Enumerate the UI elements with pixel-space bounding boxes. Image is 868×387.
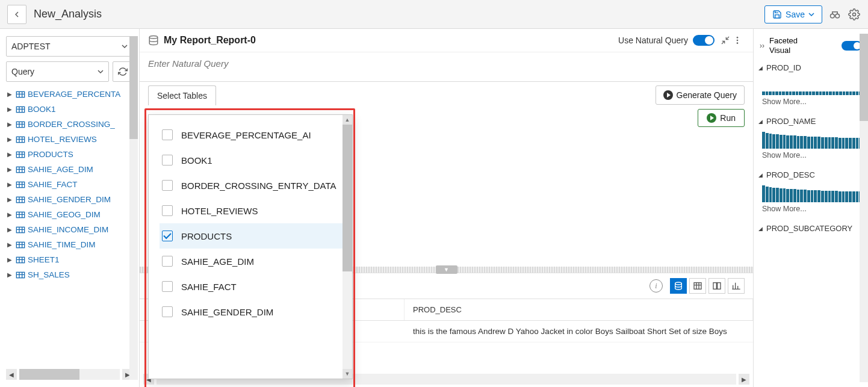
arrow-left-icon <box>12 10 22 19</box>
caret-right-icon: ▶ <box>7 271 13 278</box>
tree-item[interactable]: ▶SAHIE_INCOME_DIM <box>6 222 133 237</box>
center-panel: My Report_Report-0 Use Natural Query Sel… <box>140 29 754 387</box>
splitter-handle[interactable]: ▼ <box>436 265 457 274</box>
left-h-scrollbar[interactable]: ◀▶ <box>6 365 133 380</box>
natural-query-input-wrap <box>140 52 753 82</box>
caret-right-icon: ▶ <box>7 241 13 248</box>
checkbox[interactable] <box>162 180 173 191</box>
gear-icon[interactable] <box>848 8 861 21</box>
checkbox[interactable] <box>162 231 173 241</box>
tree-item[interactable]: ▶SAHIE_AGE_DIM <box>6 162 133 177</box>
facet-field-header[interactable]: ◢PROD_DESC <box>758 170 863 179</box>
select-tables-dropdown[interactable]: BEVERAGE_PERCENTAGE_AIBOOK1BORDER_CROSSI… <box>148 114 353 379</box>
binoculars-icon[interactable] <box>828 8 842 21</box>
refresh-icon <box>118 67 128 76</box>
table-icon <box>16 105 25 114</box>
caret-down-icon <box>808 11 814 17</box>
app-header: New_Analysis Save <box>0 0 868 29</box>
svg-rect-23 <box>718 283 721 289</box>
natural-query-toggle[interactable] <box>693 35 715 46</box>
tree-item-label: SAHIE_TIME_DIM <box>28 240 96 249</box>
back-button[interactable] <box>7 5 26 24</box>
dropdown-item[interactable]: BORDER_CROSSING_ENTRY_DATA <box>160 173 347 198</box>
checkbox[interactable] <box>162 281 173 292</box>
svg-point-16 <box>149 36 158 39</box>
tab-select-tables[interactable]: Select Tables <box>148 85 216 105</box>
show-more-link[interactable]: Show More... <box>758 98 863 106</box>
tree-item-label: SAHIE_FACT <box>28 180 78 189</box>
tree-item[interactable]: ▶SAHIE_GENDER_DIM <box>6 192 133 207</box>
dropdown-item[interactable]: BEVERAGE_PERCENTAGE_AI <box>160 122 347 147</box>
svg-point-19 <box>737 42 739 44</box>
cell-value: this is the famous Andrew D Yahoo Jacket… <box>405 321 753 342</box>
dropdown-item[interactable]: SAHIE_FACT <box>160 274 347 299</box>
view-table-button[interactable] <box>689 278 706 294</box>
caret-right-icon: ▶ <box>7 166 13 173</box>
tree-item[interactable]: ▶BEVERAGE_PERCENTA <box>6 87 133 102</box>
left-v-scrollbar[interactable] <box>129 36 138 380</box>
dropdown-item[interactable]: SAHIE_GENDER_DIM <box>160 299 347 324</box>
table-icon <box>16 181 25 189</box>
table-icon <box>16 120 25 129</box>
tree-item[interactable]: ▶BOOK1 <box>6 102 133 117</box>
facet-field-label: PROD_ID <box>766 63 801 72</box>
tree-item-label: HOTEL_REVIEWS <box>28 135 97 144</box>
info-icon[interactable]: i <box>649 279 663 293</box>
checkbox[interactable] <box>162 306 173 317</box>
dropdown-item[interactable]: BOOK1 <box>160 147 347 173</box>
dropdown-scrollbar[interactable]: ▲ ▼ <box>343 115 352 379</box>
caret-right-icon: ▶ <box>7 196 13 203</box>
generate-query-button[interactable]: Generate Query <box>656 85 745 105</box>
run-button[interactable]: Run <box>698 109 745 127</box>
tree-item[interactable]: ▶SH_SALES <box>6 267 133 282</box>
collapse-icon[interactable] <box>721 36 733 45</box>
tree-item[interactable]: ▶PRODUCTS <box>6 147 133 162</box>
facet-field-header[interactable]: ◢PROD_NAME <box>758 117 863 126</box>
natural-query-input[interactable] <box>140 52 753 79</box>
tree-item[interactable]: ▶HOTEL_REVIEWS <box>6 132 133 147</box>
kebab-menu[interactable] <box>733 36 745 45</box>
checkbox[interactable] <box>162 256 173 267</box>
checkbox[interactable] <box>162 155 173 166</box>
facet-header[interactable]: ›› Faceted Visual <box>757 34 864 61</box>
dropdown-item[interactable]: SAHIE_AGE_DIM <box>160 249 347 274</box>
dropdown-item[interactable]: PRODUCTS <box>160 223 347 249</box>
tree-item-label: SAHIE_GENDER_DIM <box>28 195 111 204</box>
dropdown-item[interactable]: HOTEL_REVIEWS <box>160 198 347 223</box>
triangle-icon: ◢ <box>758 65 763 71</box>
report-title: My Report_Report-0 <box>164 35 256 46</box>
facet-toggle[interactable] <box>842 41 862 51</box>
save-label: Save <box>786 10 805 19</box>
objecttype-select[interactable]: Query <box>6 61 109 82</box>
table-tree[interactable]: ▶BEVERAGE_PERCENTA▶BOOK1▶BORDER_CROSSING… <box>6 87 133 365</box>
svg-point-17 <box>737 37 739 39</box>
tree-item[interactable]: ▶SAHIE_TIME_DIM <box>6 237 133 252</box>
svg-point-20 <box>675 282 682 285</box>
sparkline <box>762 77 862 95</box>
caret-right-icon: ▶ <box>7 211 13 218</box>
show-more-link[interactable]: Show More... <box>758 205 863 213</box>
view-chart-button[interactable] <box>728 278 745 294</box>
main-layout: ADPTEST Query ▶BEVERAGE_PERCENTA▶BOOK1▶B… <box>0 29 868 387</box>
checkbox[interactable] <box>162 129 173 140</box>
column-header[interactable]: PROD_DESC <box>405 299 753 320</box>
checkbox[interactable] <box>162 205 173 216</box>
dropdown-item-label: BORDER_CROSSING_ENTRY_DATA <box>181 181 336 191</box>
facet-field-header[interactable]: ◢PROD_SUBCATEGORY <box>758 224 863 233</box>
tree-item[interactable]: ▶SAHIE_GEOG_DIM <box>6 207 133 222</box>
view-data-button[interactable] <box>670 278 687 294</box>
tree-item[interactable]: ▶SHEET1 <box>6 252 133 267</box>
save-button[interactable]: Save <box>764 5 822 23</box>
objecttype-value: Query <box>11 67 34 76</box>
facet-field: ◢PROD_DESCShow More... <box>757 168 864 221</box>
datasource-select[interactable]: ADPTEST <box>6 36 133 57</box>
caret-right-icon: ▶ <box>7 106 13 113</box>
tree-item[interactable]: ▶BORDER_CROSSING_ <box>6 117 133 132</box>
view-card-button[interactable] <box>708 278 725 294</box>
tree-item[interactable]: ▶SAHIE_FACT <box>6 177 133 192</box>
caret-down-icon <box>122 43 128 49</box>
show-more-link[interactable]: Show More... <box>758 151 863 159</box>
right-v-scrollbar[interactable] <box>860 34 868 382</box>
facet-field-header[interactable]: ◢PROD_ID <box>758 63 863 72</box>
caret-right-icon: ▶ <box>7 181 13 188</box>
